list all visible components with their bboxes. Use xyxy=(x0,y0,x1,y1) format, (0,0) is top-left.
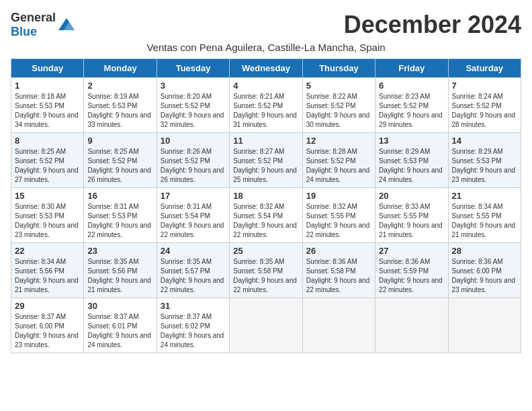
day-number: 24 xyxy=(161,246,226,256)
calendar-day-cell xyxy=(448,298,521,353)
day-number: 20 xyxy=(379,191,444,201)
calendar-week-row: 29 Sunrise: 8:37 AM Sunset: 6:00 PM Dayl… xyxy=(11,298,521,353)
month-title: December 2024 xyxy=(344,11,521,39)
day-info: Sunrise: 8:34 AM Sunset: 5:55 PM Dayligh… xyxy=(452,202,517,240)
calendar-day-cell: 17 Sunrise: 8:31 AM Sunset: 5:54 PM Dayl… xyxy=(157,188,229,243)
weekday-header: Thursday xyxy=(302,59,375,78)
day-number: 26 xyxy=(306,246,371,256)
calendar-day-cell: 16 Sunrise: 8:31 AM Sunset: 5:53 PM Dayl… xyxy=(84,188,157,243)
day-info: Sunrise: 8:35 AM Sunset: 5:57 PM Dayligh… xyxy=(161,257,226,295)
day-number: 10 xyxy=(161,136,226,146)
calendar-day-cell: 26 Sunrise: 8:36 AM Sunset: 5:58 PM Dayl… xyxy=(302,243,375,298)
weekday-header-row: SundayMondayTuesdayWednesdayThursdayFrid… xyxy=(11,59,521,78)
day-info: Sunrise: 8:36 AM Sunset: 6:00 PM Dayligh… xyxy=(452,257,517,295)
day-info: Sunrise: 8:18 AM Sunset: 5:53 PM Dayligh… xyxy=(15,92,80,130)
day-number: 25 xyxy=(233,246,298,256)
day-number: 31 xyxy=(161,301,226,311)
calendar-day-cell: 10 Sunrise: 8:26 AM Sunset: 5:52 PM Dayl… xyxy=(157,133,229,188)
calendar-day-cell: 23 Sunrise: 8:35 AM Sunset: 5:56 PM Dayl… xyxy=(84,243,157,298)
weekday-header: Saturday xyxy=(448,59,521,78)
day-number: 7 xyxy=(452,81,517,91)
day-number: 19 xyxy=(306,191,371,201)
day-info: Sunrise: 8:30 AM Sunset: 5:53 PM Dayligh… xyxy=(15,202,80,240)
calendar-day-cell: 28 Sunrise: 8:36 AM Sunset: 6:00 PM Dayl… xyxy=(448,243,521,298)
day-number: 18 xyxy=(233,191,298,201)
calendar-day-cell: 22 Sunrise: 8:34 AM Sunset: 5:56 PM Dayl… xyxy=(11,243,84,298)
calendar-day-cell: 19 Sunrise: 8:32 AM Sunset: 5:55 PM Dayl… xyxy=(302,188,375,243)
page-header: General Blue December 2024 xyxy=(11,11,521,39)
day-number: 27 xyxy=(379,246,444,256)
day-number: 2 xyxy=(87,81,152,91)
weekday-header: Monday xyxy=(84,59,157,78)
weekday-header: Tuesday xyxy=(157,59,229,78)
calendar-day-cell: 18 Sunrise: 8:32 AM Sunset: 5:54 PM Dayl… xyxy=(230,188,302,243)
day-info: Sunrise: 8:23 AM Sunset: 5:52 PM Dayligh… xyxy=(379,92,444,130)
day-info: Sunrise: 8:32 AM Sunset: 5:55 PM Dayligh… xyxy=(306,202,371,240)
day-info: Sunrise: 8:36 AM Sunset: 5:59 PM Dayligh… xyxy=(379,257,444,295)
calendar-day-cell: 31 Sunrise: 8:37 AM Sunset: 6:02 PM Dayl… xyxy=(157,298,229,353)
calendar-day-cell: 27 Sunrise: 8:36 AM Sunset: 5:59 PM Dayl… xyxy=(375,243,448,298)
day-info: Sunrise: 8:27 AM Sunset: 5:52 PM Dayligh… xyxy=(233,147,298,185)
calendar-week-row: 22 Sunrise: 8:34 AM Sunset: 5:56 PM Dayl… xyxy=(11,243,521,298)
day-number: 21 xyxy=(452,191,517,201)
weekday-header: Sunday xyxy=(11,59,84,78)
day-number: 23 xyxy=(87,246,152,256)
calendar-day-cell: 11 Sunrise: 8:27 AM Sunset: 5:52 PM Dayl… xyxy=(230,133,302,188)
day-info: Sunrise: 8:29 AM Sunset: 5:53 PM Dayligh… xyxy=(452,147,517,185)
day-info: Sunrise: 8:21 AM Sunset: 5:52 PM Dayligh… xyxy=(233,92,298,130)
day-number: 3 xyxy=(161,81,226,91)
day-info: Sunrise: 8:32 AM Sunset: 5:54 PM Dayligh… xyxy=(233,202,298,240)
day-number: 12 xyxy=(306,136,371,146)
calendar-day-cell: 15 Sunrise: 8:30 AM Sunset: 5:53 PM Dayl… xyxy=(11,188,84,243)
day-info: Sunrise: 8:25 AM Sunset: 5:52 PM Dayligh… xyxy=(87,147,152,185)
day-number: 16 xyxy=(87,191,152,201)
day-number: 15 xyxy=(15,191,80,201)
calendar-day-cell xyxy=(230,298,302,353)
calendar-week-row: 1 Sunrise: 8:18 AM Sunset: 5:53 PM Dayli… xyxy=(11,78,521,133)
day-number: 1 xyxy=(15,81,80,91)
calendar-day-cell: 7 Sunrise: 8:24 AM Sunset: 5:52 PM Dayli… xyxy=(448,78,521,133)
day-number: 29 xyxy=(15,301,80,311)
day-info: Sunrise: 8:37 AM Sunset: 6:00 PM Dayligh… xyxy=(15,312,80,350)
day-info: Sunrise: 8:25 AM Sunset: 5:52 PM Dayligh… xyxy=(15,147,80,185)
calendar-day-cell: 9 Sunrise: 8:25 AM Sunset: 5:52 PM Dayli… xyxy=(84,133,157,188)
day-info: Sunrise: 8:35 AM Sunset: 5:58 PM Dayligh… xyxy=(233,257,298,295)
calendar-day-cell: 8 Sunrise: 8:25 AM Sunset: 5:52 PM Dayli… xyxy=(11,133,84,188)
calendar-week-row: 8 Sunrise: 8:25 AM Sunset: 5:52 PM Dayli… xyxy=(11,133,521,188)
calendar-day-cell: 14 Sunrise: 8:29 AM Sunset: 5:53 PM Dayl… xyxy=(448,133,521,188)
calendar-week-row: 15 Sunrise: 8:30 AM Sunset: 5:53 PM Dayl… xyxy=(11,188,521,243)
day-number: 4 xyxy=(233,81,298,91)
calendar-day-cell xyxy=(302,298,375,353)
calendar-day-cell: 6 Sunrise: 8:23 AM Sunset: 5:52 PM Dayli… xyxy=(375,78,448,133)
day-number: 6 xyxy=(379,81,444,91)
day-info: Sunrise: 8:29 AM Sunset: 5:53 PM Dayligh… xyxy=(379,147,444,185)
day-info: Sunrise: 8:33 AM Sunset: 5:55 PM Dayligh… xyxy=(379,202,444,240)
day-number: 14 xyxy=(452,136,517,146)
calendar-table: SundayMondayTuesdayWednesdayThursdayFrid… xyxy=(11,58,521,353)
day-info: Sunrise: 8:19 AM Sunset: 5:53 PM Dayligh… xyxy=(87,92,152,130)
day-info: Sunrise: 8:31 AM Sunset: 5:54 PM Dayligh… xyxy=(161,202,226,240)
day-info: Sunrise: 8:34 AM Sunset: 5:56 PM Dayligh… xyxy=(15,257,80,295)
calendar-day-cell: 5 Sunrise: 8:22 AM Sunset: 5:52 PM Dayli… xyxy=(302,78,375,133)
weekday-header: Wednesday xyxy=(230,59,302,78)
calendar-day-cell: 3 Sunrise: 8:20 AM Sunset: 5:52 PM Dayli… xyxy=(157,78,229,133)
day-info: Sunrise: 8:26 AM Sunset: 5:52 PM Dayligh… xyxy=(161,147,226,185)
day-info: Sunrise: 8:24 AM Sunset: 5:52 PM Dayligh… xyxy=(452,92,517,130)
day-number: 22 xyxy=(15,246,80,256)
logo-text: General Blue xyxy=(11,11,56,39)
calendar-day-cell: 12 Sunrise: 8:28 AM Sunset: 5:52 PM Dayl… xyxy=(302,133,375,188)
day-number: 11 xyxy=(233,136,298,146)
day-info: Sunrise: 8:37 AM Sunset: 6:01 PM Dayligh… xyxy=(87,312,152,350)
calendar-day-cell: 21 Sunrise: 8:34 AM Sunset: 5:55 PM Dayl… xyxy=(448,188,521,243)
day-number: 5 xyxy=(306,81,371,91)
day-number: 28 xyxy=(452,246,517,256)
day-number: 30 xyxy=(87,301,152,311)
calendar-day-cell: 25 Sunrise: 8:35 AM Sunset: 5:58 PM Dayl… xyxy=(230,243,302,298)
day-info: Sunrise: 8:22 AM Sunset: 5:52 PM Dayligh… xyxy=(306,92,371,130)
day-info: Sunrise: 8:31 AM Sunset: 5:53 PM Dayligh… xyxy=(87,202,152,240)
day-number: 13 xyxy=(379,136,444,146)
logo-general: General xyxy=(11,11,56,24)
calendar-day-cell: 24 Sunrise: 8:35 AM Sunset: 5:57 PM Dayl… xyxy=(157,243,229,298)
day-info: Sunrise: 8:35 AM Sunset: 5:56 PM Dayligh… xyxy=(87,257,152,295)
calendar-day-cell: 20 Sunrise: 8:33 AM Sunset: 5:55 PM Dayl… xyxy=(375,188,448,243)
